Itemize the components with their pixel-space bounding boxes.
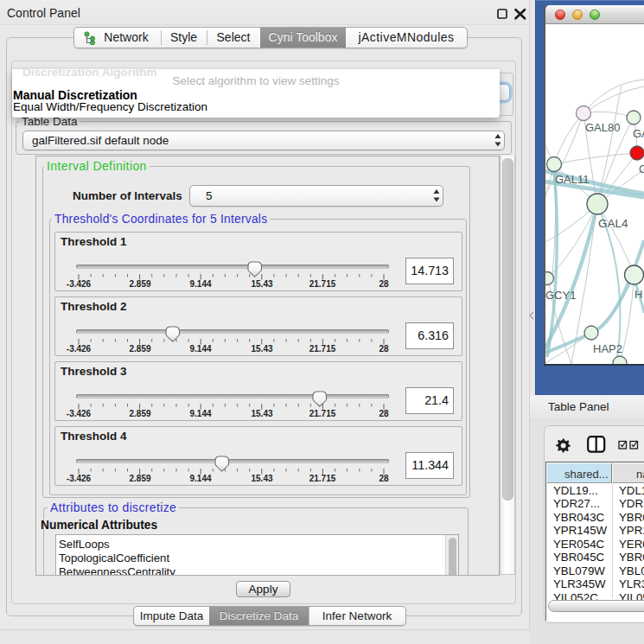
svg-text:C: C — [639, 163, 644, 175]
svg-text:GAL11: GAL11 — [555, 173, 590, 186]
svg-text:GCY1: GCY1 — [545, 289, 576, 302]
svg-text:GAL80: GAL80 — [585, 121, 620, 134]
svg-text:H: H — [634, 288, 642, 301]
svg-text:GAL4: GAL4 — [598, 217, 628, 230]
svg-text:GA: GA — [633, 127, 644, 140]
svg-text:HAP2: HAP2 — [593, 342, 622, 355]
